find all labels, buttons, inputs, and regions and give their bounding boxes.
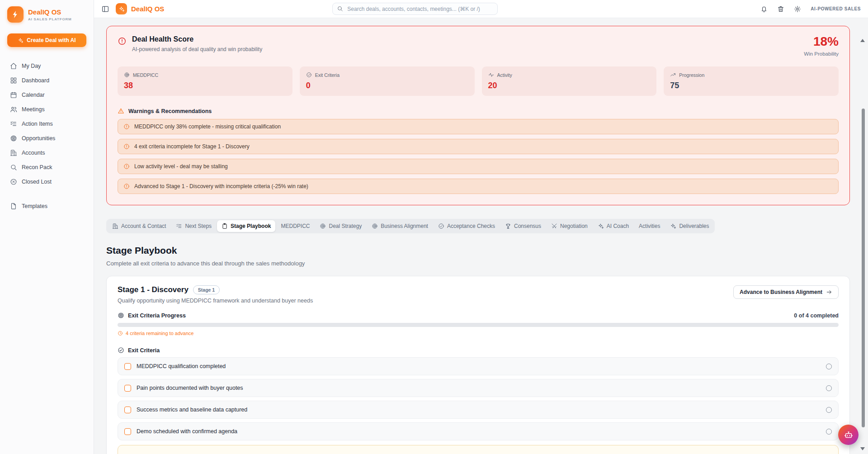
header-brand: DealIQ OS xyxy=(116,3,164,14)
calendar-icon xyxy=(10,91,17,99)
tab-business-alignment[interactable]: Business Alignment xyxy=(367,220,433,232)
sidebar-item-meetings[interactable]: Meetings xyxy=(7,103,86,116)
tab-account-contact[interactable]: Account & Contact xyxy=(108,220,170,232)
advance-stage-button[interactable]: Advance to Business Alignment xyxy=(733,285,839,299)
criterion-status-radio[interactable] xyxy=(826,385,832,391)
tab-stage-playbook[interactable]: Stage Playbook xyxy=(217,220,275,232)
warning-item: MEDDPICC only 38% complete - missing cri… xyxy=(118,119,839,134)
criterion-demo-scheduled-with-confirmed-agenda[interactable]: Demo scheduled with confirmed agenda xyxy=(118,422,839,440)
tab-label: Consensus xyxy=(514,223,541,229)
criterion-label: Success metrics and baseline data captur… xyxy=(137,407,821,413)
metric-header: Activity xyxy=(488,72,651,78)
tab-activities[interactable]: Activities xyxy=(634,220,665,232)
metric-value: 20 xyxy=(488,81,651,90)
criterion-label: Pain points documented with buyer quotes xyxy=(137,385,821,391)
search-icon xyxy=(337,5,343,12)
tab-consensus[interactable]: Consensus xyxy=(500,220,546,232)
warning-item: 4 exit criteria incomplete for Stage 1 -… xyxy=(118,139,839,154)
sidebar-item-recon-pack[interactable]: Recon Pack xyxy=(7,161,86,174)
criterion-status-radio[interactable] xyxy=(826,407,832,413)
metric-meddpicc: MEDDPICC38 xyxy=(118,66,292,96)
scrollbar-thumb[interactable] xyxy=(862,109,865,427)
checklist-icon xyxy=(10,120,17,128)
sidebar-item-calendar[interactable]: Calendar xyxy=(7,89,86,101)
tab-label: Activities xyxy=(639,223,660,229)
sidebar-item-opportunities[interactable]: Opportunities xyxy=(7,132,86,145)
sidebar-item-accounts[interactable]: Accounts xyxy=(7,147,86,159)
progress-label: Exit Criteria Progress xyxy=(128,312,186,319)
warning-text: Advanced to Stage 1 - Discovery with inc… xyxy=(134,183,308,189)
criterion-checkbox[interactable] xyxy=(124,363,131,370)
criterion-label: MEDDPICC qualification completed xyxy=(137,363,821,369)
sparkles-icon xyxy=(118,6,125,12)
header-title: DealIQ OS xyxy=(131,5,164,13)
search-bar xyxy=(332,3,498,15)
ai-assistant-fab[interactable] xyxy=(838,425,859,445)
x-circle-icon xyxy=(10,178,17,185)
sidebar-item-label: Opportunities xyxy=(22,135,55,142)
next-section-partial xyxy=(118,445,839,454)
page-subtitle: Complete all exit criteria to advance th… xyxy=(106,260,850,267)
gear-icon[interactable] xyxy=(794,5,801,13)
metric-value: 38 xyxy=(124,81,286,90)
sidebar-item-label: Calendar xyxy=(22,92,45,98)
metric-exit-criteria: Exit Criteria0 xyxy=(300,66,475,96)
tab-deal-strategy[interactable]: Deal Strategy xyxy=(315,220,366,232)
app: DealIQ OS AI SALES PLATFORM Create Deal … xyxy=(0,0,868,454)
criterion-label: Demo scheduled with confirmed agenda xyxy=(137,428,821,435)
sidebar-item-my-day[interactable]: My Day xyxy=(7,60,86,72)
warnings-list: MEDDPICC only 38% complete - missing cri… xyxy=(118,119,839,194)
arrow-right-icon xyxy=(826,289,832,295)
criterion-pain-points-documented-with-buyer-quotes[interactable]: Pain points documented with buyer quotes xyxy=(118,379,839,397)
tab-negotiation[interactable]: Negotiation xyxy=(547,220,592,232)
target-icon xyxy=(372,223,378,229)
bolt-icon xyxy=(11,10,20,19)
criterion-checkbox[interactable] xyxy=(124,385,131,392)
sidebar-item-label: Closed Lost xyxy=(22,179,52,185)
tab-label: Account & Contact xyxy=(121,223,166,229)
sidebar-item-closed-lost[interactable]: Closed Lost xyxy=(7,175,86,188)
sidebar-toggle-icon[interactable] xyxy=(101,5,109,13)
health-metrics: MEDDPICC38Exit Criteria0Activity20Progre… xyxy=(118,66,839,96)
tab-next-steps[interactable]: Next Steps xyxy=(171,220,216,232)
criterion-success-metrics-and-baseline-data-captured[interactable]: Success metrics and baseline data captur… xyxy=(118,401,839,419)
stage-badge: Stage 1 xyxy=(193,285,220,294)
criterion-meddpicc-qualification-completed[interactable]: MEDDPICC qualification completed xyxy=(118,357,839,375)
sidebar-nav: My DayDashboardCalendarMeetingsAction It… xyxy=(7,60,86,188)
criterion-checkbox[interactable] xyxy=(124,407,131,413)
bell-icon[interactable] xyxy=(760,5,768,13)
trash-icon[interactable] xyxy=(777,5,784,13)
tab-acceptance-checks[interactable]: Acceptance Checks xyxy=(434,220,500,232)
create-deal-button[interactable]: Create Deal with AI xyxy=(7,33,86,47)
search-input[interactable] xyxy=(332,3,498,15)
content: Deal Health Score AI-powered analysis of… xyxy=(94,18,868,454)
clipboard-icon xyxy=(222,223,228,229)
sidebar-item-label: My Day xyxy=(22,63,41,69)
sidebar-item-action-items[interactable]: Action Items xyxy=(7,118,86,130)
sidebar-item-dashboard[interactable]: Dashboard xyxy=(7,74,86,87)
metric-value: 75 xyxy=(670,81,832,90)
criterion-status-radio[interactable] xyxy=(826,429,832,435)
target-icon xyxy=(320,223,326,229)
warning-alert-icon xyxy=(123,163,130,170)
criterion-checkbox[interactable] xyxy=(124,428,131,435)
scroll-down-arrow[interactable] xyxy=(860,447,865,450)
brand-tagline: AI SALES PLATFORM xyxy=(28,17,72,21)
sidebar-item-templates[interactable]: Templates xyxy=(7,200,86,213)
metric-header: MEDDPICC xyxy=(124,72,286,78)
deal-health-card: Deal Health Score AI-powered analysis of… xyxy=(106,26,850,205)
check-circle-icon xyxy=(118,347,124,354)
tab-label: Negotiation xyxy=(560,223,588,229)
warnings-title: Warnings & Recommendations xyxy=(128,108,212,114)
warning-alert-icon xyxy=(123,183,130,189)
scroll-up-arrow[interactable] xyxy=(860,39,865,42)
building-icon xyxy=(10,149,17,156)
trophy-icon xyxy=(505,223,511,229)
tab-label: AI Coach xyxy=(607,223,629,229)
tab-ai-coach[interactable]: AI Coach xyxy=(593,220,633,232)
tab-deliverables[interactable]: Deliverables xyxy=(665,220,713,232)
alert-triangle-icon xyxy=(118,108,124,114)
criterion-status-radio[interactable] xyxy=(826,364,832,369)
tab-meddpicc[interactable]: MEDDPICC xyxy=(276,220,314,232)
tab-label: Next Steps xyxy=(185,223,212,229)
